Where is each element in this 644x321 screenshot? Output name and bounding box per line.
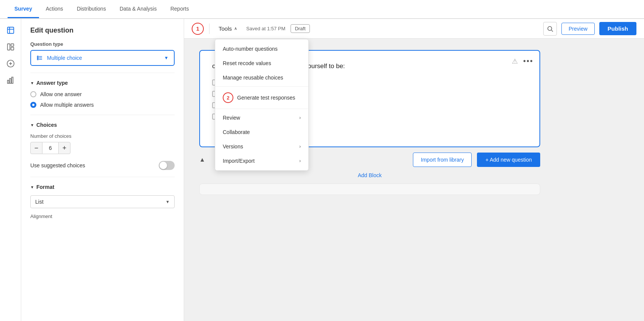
tools-dropdown-menu: Auto-number questions Reset recode value… bbox=[215, 39, 309, 171]
tab-data-analysis[interactable]: Data & Analysis bbox=[113, 0, 164, 18]
second-card-hint bbox=[199, 184, 540, 195]
step1-badge: 1 bbox=[192, 23, 204, 35]
svg-rect-7 bbox=[9, 78, 11, 83]
radio-multiple-answers bbox=[30, 102, 36, 108]
draft-badge: Draft bbox=[291, 24, 309, 33]
question-type-selector[interactable]: Multiple choice ▼ bbox=[30, 50, 175, 66]
search-button[interactable] bbox=[543, 22, 557, 36]
stepper-value: 6 bbox=[42, 142, 58, 154]
toggle-switch[interactable] bbox=[159, 161, 175, 170]
svg-rect-0 bbox=[7, 27, 14, 34]
number-of-choices-stepper: − 6 + bbox=[30, 142, 175, 154]
toolbar-right: Preview Publish bbox=[543, 22, 636, 36]
number-of-choices-label: Number of choices bbox=[30, 133, 175, 139]
svg-rect-3 bbox=[7, 44, 9, 50]
use-suggested-choices-label: Use suggested choices bbox=[30, 162, 85, 168]
allow-one-answer-option[interactable]: Allow one answer bbox=[30, 91, 175, 97]
top-nav-tabs: Survey Actions Distributions Data & Anal… bbox=[8, 0, 196, 18]
alignment-label: Alignment bbox=[30, 213, 175, 219]
menu-item-review[interactable]: Review › bbox=[215, 111, 308, 125]
radio-one-answer bbox=[30, 91, 36, 97]
answer-type-section: ▼ Answer type Allow one answer Allow mul… bbox=[30, 80, 175, 108]
svg-line-16 bbox=[552, 30, 553, 31]
top-nav: Survey Actions Distributions Data & Anal… bbox=[0, 0, 644, 19]
sidebar-icon-results[interactable] bbox=[4, 73, 17, 87]
stepper-increase[interactable]: + bbox=[58, 142, 70, 154]
import-from-library-button[interactable]: Import from library bbox=[413, 153, 472, 167]
bottom-actions-right: Import from library + Add new question bbox=[413, 153, 540, 167]
svg-point-15 bbox=[548, 26, 552, 31]
svg-point-9 bbox=[37, 56, 38, 57]
sidebar-icon-style[interactable] bbox=[4, 57, 17, 70]
import-export-arrow-icon: › bbox=[299, 158, 301, 164]
toolbar: 1 Tools ∧ Auto-number questions Reset re… bbox=[184, 19, 644, 39]
search-icon bbox=[547, 25, 553, 32]
allow-one-answer-label: Allow one answer bbox=[40, 91, 82, 97]
saved-text: Saved at 1:57 PM bbox=[246, 26, 285, 31]
question-card-actions: ⚠ ••• bbox=[512, 57, 533, 65]
stepper-decrease[interactable]: − bbox=[30, 142, 42, 154]
versions-label: Versions bbox=[223, 143, 243, 150]
allow-multiple-answers-label: Allow multiple answers bbox=[40, 102, 94, 108]
versions-arrow-icon: › bbox=[299, 144, 301, 149]
svg-rect-5 bbox=[11, 47, 13, 50]
tab-actions[interactable]: Actions bbox=[39, 0, 70, 18]
menu-item-versions[interactable]: Versions › bbox=[215, 139, 308, 154]
publish-button[interactable]: Publish bbox=[599, 22, 636, 35]
svg-point-11 bbox=[37, 58, 38, 59]
menu-item-manage-choices[interactable]: Manage reusable choices bbox=[215, 70, 308, 85]
tab-survey[interactable]: Survey bbox=[8, 0, 39, 18]
menu-item-import-export[interactable]: Import/Export › bbox=[215, 154, 308, 168]
tools-dropdown-container: Tools ∧ Auto-number questions Reset reco… bbox=[215, 23, 241, 34]
svg-rect-4 bbox=[11, 44, 13, 46]
warning-icon: ⚠ bbox=[512, 57, 518, 65]
svg-rect-8 bbox=[11, 77, 13, 84]
question-type-chevron: ▼ bbox=[164, 55, 169, 61]
format-label: Format bbox=[36, 184, 54, 190]
question-type-value: Multiple choice bbox=[47, 55, 82, 61]
app-layout: Edit question Question type Multiple cho… bbox=[0, 19, 644, 321]
allow-multiple-answers-option[interactable]: Allow multiple answers bbox=[30, 102, 175, 108]
format-header[interactable]: ▼ Format bbox=[30, 184, 175, 190]
menu-item-auto-number[interactable]: Auto-number questions bbox=[215, 42, 308, 56]
radio-group: Allow one answer Allow multiple answers bbox=[30, 91, 175, 108]
format-chevron-icon: ▼ bbox=[166, 199, 170, 204]
preview-button[interactable]: Preview bbox=[561, 23, 595, 35]
menu-divider-1 bbox=[215, 86, 308, 87]
tools-chevron-icon: ∧ bbox=[234, 26, 237, 31]
tab-distributions[interactable]: Distributions bbox=[70, 0, 113, 18]
question-type-label: Question type bbox=[30, 41, 175, 47]
choices-section: ▼ Choices Number of choices − 6 + Use su… bbox=[30, 122, 175, 170]
question-type-section: Question type Multiple choice ▼ bbox=[30, 41, 175, 66]
svg-rect-6 bbox=[7, 80, 9, 83]
choices-arrow: ▼ bbox=[30, 123, 34, 127]
menu-item-reset-recode[interactable]: Reset recode values bbox=[215, 56, 308, 70]
choices-header[interactable]: ▼ Choices bbox=[30, 122, 175, 128]
more-options-icon[interactable]: ••• bbox=[523, 57, 533, 65]
sidebar-icon-survey[interactable] bbox=[4, 23, 17, 37]
sidebar-icon-layout[interactable] bbox=[4, 40, 17, 54]
tools-label: Tools bbox=[219, 25, 232, 32]
main-content: 1 Tools ∧ Auto-number questions Reset re… bbox=[184, 19, 644, 321]
step2-badge: 2 bbox=[223, 92, 233, 103]
import-export-label: Import/Export bbox=[223, 158, 255, 164]
format-value: List bbox=[35, 199, 44, 205]
edit-panel-title: Edit question bbox=[30, 26, 175, 34]
format-section: ▼ Format List ▼ Alignment bbox=[30, 184, 175, 219]
tools-button[interactable]: Tools ∧ bbox=[215, 23, 241, 34]
add-new-question-button[interactable]: + Add new question bbox=[477, 153, 540, 167]
menu-item-generate-test[interactable]: 2 Generate test responses bbox=[215, 88, 308, 107]
menu-item-collaborate[interactable]: Collaborate bbox=[215, 125, 308, 139]
answer-type-label: Answer type bbox=[36, 80, 68, 86]
menu-divider-2 bbox=[215, 109, 308, 109]
format-select[interactable]: List ▼ bbox=[30, 195, 175, 208]
toggle-knob bbox=[159, 162, 167, 169]
svg-point-13 bbox=[37, 59, 38, 60]
format-arrow: ▼ bbox=[30, 185, 34, 189]
vertical-divider bbox=[209, 23, 209, 34]
use-suggested-choices-row: Use suggested choices bbox=[30, 161, 175, 170]
icon-sidebar bbox=[0, 19, 21, 321]
collapse-arrow[interactable]: ▲ bbox=[199, 156, 205, 163]
tab-reports[interactable]: Reports bbox=[164, 0, 196, 18]
answer-type-header[interactable]: ▼ Answer type bbox=[30, 80, 175, 86]
